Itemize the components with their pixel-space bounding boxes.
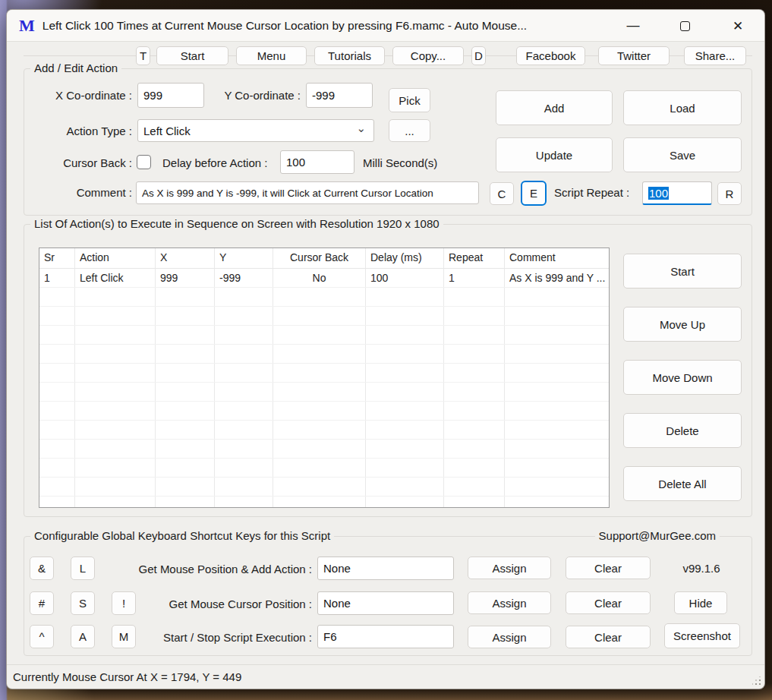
y-coordinate-input[interactable]: -999 [306, 83, 373, 108]
action-type-dropdown[interactable]: Left Click ⌄ [137, 119, 374, 142]
column-header-1[interactable]: Action [75, 248, 156, 268]
action-type-value: Left Click [143, 125, 191, 137]
toolbar-button-share[interactable]: Share... [684, 46, 746, 65]
toolbar-button-menu[interactable]: Menu [236, 46, 307, 65]
cell [75, 497, 156, 508]
hide-button[interactable]: Hide [674, 591, 727, 614]
version-label: v99.1.6 [660, 562, 743, 575]
update-button[interactable]: Update [496, 137, 613, 172]
maximize-button[interactable] [667, 10, 702, 42]
column-header-2[interactable]: X [156, 248, 215, 268]
toolbar-button-copy[interactable]: Copy... [392, 46, 464, 65]
key-button-hash[interactable]: # [30, 591, 54, 615]
clear-button-1[interactable]: Clear [566, 557, 651, 579]
cell [215, 364, 273, 382]
cursor-back-checkbox[interactable] [137, 155, 151, 169]
cell: 1 [39, 269, 75, 287]
assign-button-2[interactable]: Assign [468, 591, 551, 614]
cell [273, 307, 366, 325]
cell [366, 345, 444, 363]
start-script-button[interactable]: Start [623, 254, 742, 289]
key-button-l[interactable]: L [71, 557, 95, 580]
close-icon: ✕ [733, 18, 743, 34]
table-empty-row [39, 383, 609, 402]
toolbar-button-twitter[interactable]: Twitter [598, 46, 670, 65]
clear-button-2[interactable]: Clear [566, 591, 651, 614]
c-button[interactable]: C [490, 182, 514, 205]
cell [273, 402, 366, 420]
titlebar[interactable]: M Left Click 100 Times at Current Mouse … [7, 10, 764, 42]
cell [215, 497, 273, 508]
get-mouse-position-add-input[interactable]: None [317, 557, 454, 580]
cell [215, 326, 273, 344]
move-up-button[interactable]: Move Up [623, 307, 742, 342]
resize-grip[interactable] [752, 676, 761, 686]
toolbar-button-start[interactable]: Start [156, 46, 228, 65]
cell: No [273, 269, 366, 287]
minimize-button[interactable]: — [616, 10, 651, 42]
key-button-ampersand[interactable]: & [30, 557, 54, 580]
cell [75, 421, 156, 439]
delete-all-button[interactable]: Delete All [623, 466, 742, 501]
delete-button[interactable]: Delete [623, 413, 742, 448]
table-empty-row [39, 307, 609, 326]
cell [444, 345, 505, 363]
cell [75, 326, 156, 344]
cell [505, 383, 609, 401]
get-mouse-cursor-position-input[interactable]: None [317, 591, 454, 615]
cell [156, 364, 215, 382]
r-button[interactable]: R [717, 182, 742, 205]
x-coordinate-input[interactable]: 999 [137, 83, 204, 108]
cell [39, 459, 75, 477]
table-row[interactable]: 1Left Click999-999No1001As X is 999 and … [39, 269, 609, 288]
cell [273, 459, 366, 477]
action-table: SrActionXYCursor BackDelay (ms)RepeatCom… [39, 248, 610, 508]
delay-input[interactable]: 100 [280, 150, 354, 174]
key-button-a[interactable]: A [71, 625, 95, 648]
support-email[interactable]: Support@MurGee.com [595, 529, 720, 542]
column-header-3[interactable]: Y [215, 248, 273, 268]
column-header-0[interactable]: Sr [39, 248, 75, 268]
cell [39, 440, 75, 458]
toolbar-button-facebook[interactable]: Facebook [516, 46, 585, 65]
cell [505, 364, 609, 382]
cell [39, 421, 75, 439]
assign-button-1[interactable]: Assign [468, 557, 551, 579]
cell [273, 497, 366, 508]
key-button-s[interactable]: S [71, 591, 95, 615]
column-header-4[interactable]: Cursor Back [273, 248, 366, 268]
save-button[interactable]: Save [623, 137, 742, 172]
table-empty-row [39, 345, 609, 364]
pick-button[interactable]: Pick [389, 88, 430, 112]
close-button[interactable]: ✕ [720, 10, 755, 42]
add-button[interactable]: Add [496, 90, 613, 125]
table-empty-row [39, 421, 609, 440]
clear-button-3[interactable]: Clear [566, 626, 651, 648]
load-button[interactable]: Load [623, 90, 742, 125]
screenshot-button[interactable]: Screenshot [664, 623, 740, 648]
assign-button-3[interactable]: Assign [468, 626, 551, 648]
toolbar-button-t[interactable]: T [136, 46, 150, 65]
toolbar-button-d[interactable]: D [471, 46, 486, 65]
column-header-7[interactable]: Comment [505, 248, 609, 268]
start-stop-script-label: Start / Stop Script Execution : [128, 631, 312, 644]
cell [444, 288, 505, 306]
column-header-5[interactable]: Delay (ms) [366, 248, 444, 268]
e-button[interactable]: E [521, 181, 547, 206]
cell [273, 383, 366, 401]
cell [366, 440, 444, 458]
toolbar-button-tutorials[interactable]: Tutorials [314, 46, 385, 65]
comment-input[interactable]: As X is 999 and Y is -999, it will Click… [136, 181, 479, 204]
key-button-caret[interactable]: ^ [30, 625, 54, 648]
cell [366, 288, 444, 306]
cell [215, 307, 273, 325]
move-down-button[interactable]: Move Down [623, 360, 742, 395]
app-logo-icon[interactable]: M [19, 16, 35, 36]
script-repeat-input[interactable]: 100 [642, 181, 712, 205]
start-stop-script-input[interactable]: F6 [317, 625, 454, 648]
more-options-button[interactable]: ... [389, 119, 430, 142]
cell [156, 345, 215, 363]
cell [215, 288, 273, 306]
table-empty-row [39, 288, 609, 307]
column-header-6[interactable]: Repeat [444, 248, 505, 268]
